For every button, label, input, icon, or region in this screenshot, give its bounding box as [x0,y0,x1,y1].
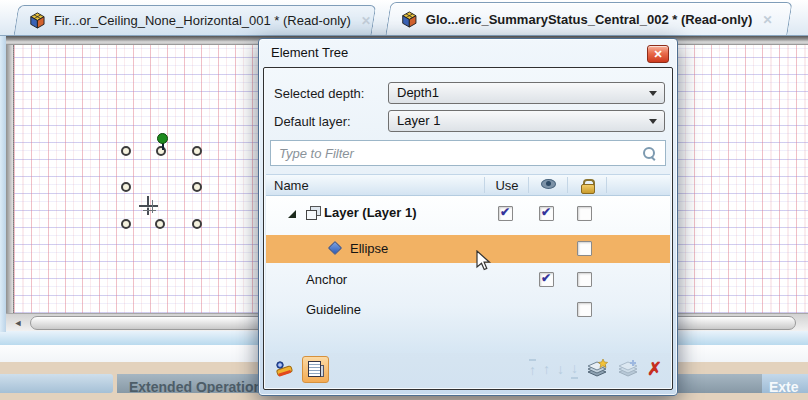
tab-document-2-active[interactable]: Glo...eric_SummaryStatus_Central_002 * (… [385,2,792,35]
tab-close-icon[interactable]: ✕ [762,12,772,26]
dialog-close-button[interactable]: ✕ [647,45,669,63]
move-up-button-disabled[interactable]: ↑ [543,358,550,380]
visibility-checkbox[interactable] [539,272,554,287]
row-label: Layer (Layer 1) [324,205,417,220]
anchor-point[interactable] [192,182,202,192]
cube-icon [29,12,46,29]
green-pin-handle[interactable] [157,133,168,144]
delete-element-button[interactable]: ✗ [647,358,662,380]
lock-checkbox[interactable] [577,206,592,221]
extended-operation-bar-right[interactable]: Exte [762,374,808,393]
tab-label: Glo...eric_SummaryStatus_Central_002 * (… [426,12,753,27]
tree-list: Layer (Layer 1) Ellipse Anchor Guide [266,196,670,353]
default-layer-label: Default layer: [274,114,351,129]
pin-stem [162,143,164,150]
scroll-left-arrow[interactable]: ◄ [10,316,26,330]
layer-icon [306,206,320,219]
tab-bar: Fir...or_Ceiling_None_Horizontal_001 * (… [0,0,808,36]
dialog-toolbar: ↑ ↑ ↓ ↓ ✗ [266,353,670,387]
add-layer-icon[interactable] [585,358,609,380]
move-to-top-button-disabled[interactable]: ↑ [529,359,536,379]
mouse-cursor [476,250,492,272]
move-to-bottom-button-disabled[interactable]: ↓ [571,359,578,379]
merge-layer-icon-disabled[interactable] [616,358,640,380]
tree-row-ellipse-selected[interactable]: Ellipse [266,235,670,263]
anchor-point[interactable] [192,146,202,156]
crosshair-icon [139,205,158,207]
dialog-content-panel: Selected depth: Depth1 Default layer: La… [263,67,673,390]
dialog-title: Element Tree [271,45,348,60]
anchor-point[interactable] [121,219,131,229]
tree-row-guideline[interactable]: Guideline [266,296,670,324]
chevron-down-icon [649,91,657,96]
tree-row-layer[interactable]: Layer (Layer 1) [266,198,670,228]
lock-icon [581,179,593,192]
column-name: Name [274,178,309,193]
visibility-checkbox[interactable] [539,206,554,221]
anchor-point[interactable] [155,219,165,229]
lock-checkbox[interactable] [577,272,592,287]
selected-depth-label: Selected depth: [274,86,364,101]
lock-checkbox[interactable] [577,241,592,256]
vertical-ruler [6,45,14,313]
copy-elements-button-active[interactable] [302,356,329,383]
filter-input[interactable] [279,143,602,163]
move-down-button-disabled[interactable]: ↓ [557,358,564,380]
tab-close-icon[interactable]: ✕ [361,14,371,28]
filter-field-wrap [270,140,666,166]
row-label: Ellipse [350,241,388,256]
selected-depth-dropdown[interactable]: Depth1 [388,82,665,104]
cube-icon [401,11,418,28]
row-label: Guideline [306,302,361,317]
extended-operation-label: Extended Operation [129,375,262,393]
lock-checkbox[interactable] [577,302,592,317]
tab-label: Fir...or_Ceiling_None_Horizontal_001 * (… [54,13,351,28]
column-use: Use [488,178,526,193]
copy-document-icon [308,361,324,378]
default-layer-value: Layer 1 [397,113,440,128]
diamond-icon [328,241,342,255]
crosshair-icon [152,200,153,213]
expand-triangle-icon[interactable] [288,210,296,218]
chevron-down-icon [649,119,657,124]
crosshair-icon [143,210,156,211]
default-layer-dropdown[interactable]: Layer 1 [388,110,665,132]
tree-header: Name Use [266,174,670,196]
app-window: Fir...or_Ceiling_None_Horizontal_001 * (… [0,0,808,400]
use-checkbox[interactable] [498,206,513,221]
anchor-point[interactable] [192,219,202,229]
search-icon[interactable] [642,146,656,160]
row-label: Anchor [306,272,347,287]
element-tree-dialog: Element Tree ✕ Selected depth: Depth1 De… [258,38,678,396]
selected-depth-value: Depth1 [397,85,439,100]
highlighter-tool-icon[interactable] [274,359,296,379]
tree-row-anchor[interactable]: Anchor [266,266,670,294]
anchor-point[interactable] [156,146,166,156]
bottom-bar-segment[interactable] [0,374,113,393]
eye-icon [541,179,556,189]
anchor-point[interactable] [121,182,131,192]
tab-document-1[interactable]: Fir...or_Ceiling_None_Horizontal_001 * (… [14,5,377,35]
extended-operation-label-right: Exte [769,375,799,393]
anchor-point[interactable] [121,146,131,156]
